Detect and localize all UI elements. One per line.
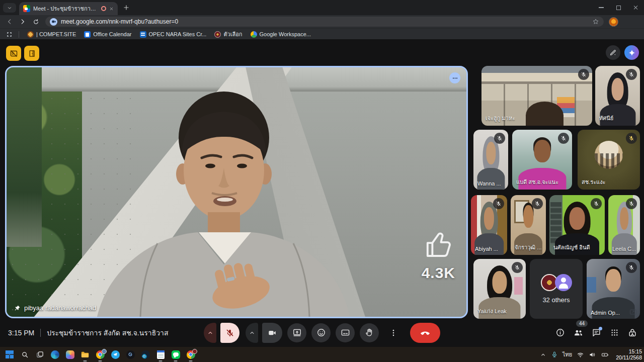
- new-tab-button[interactable]: [123, 4, 130, 11]
- line-button[interactable]: [170, 349, 181, 360]
- present-button[interactable]: [287, 323, 306, 342]
- participant-tile[interactable]: เจะฮูกู มาหะ: [481, 66, 592, 126]
- taskbar-search-button[interactable]: [19, 349, 30, 360]
- logitech-button[interactable]: [125, 349, 136, 360]
- bookmarks-bar: | COMPET.SITE Office Calendar OPEC NARA …: [0, 28, 644, 40]
- room-warning-button[interactable]: [24, 46, 39, 61]
- participant-tile[interactable]: Wanna ...: [473, 130, 508, 190]
- participant-name: Wanna ...: [477, 180, 501, 187]
- screenshare-icon: [629, 308, 637, 316]
- mic-off-icon: [225, 328, 234, 337]
- window-maximize-button[interactable]: [610, 0, 627, 15]
- bookmark-seal[interactable]: ตัวเลือก: [214, 30, 242, 39]
- back-button[interactable]: [3, 16, 16, 27]
- captions-off-warning-button[interactable]: [6, 46, 21, 61]
- others-tile[interactable]: 32 others: [530, 259, 583, 319]
- participant-tile[interactable]: ทัศนีย์: [595, 66, 640, 126]
- reactions-button[interactable]: [311, 323, 331, 342]
- presenter-name-label: pibyaa radanaworrachad: [14, 304, 96, 312]
- info-button[interactable]: [553, 326, 567, 339]
- kebab-icon: [389, 328, 398, 337]
- host-controls-button[interactable]: [626, 326, 639, 339]
- tab-search-button[interactable]: [3, 3, 16, 13]
- phone-icon: [419, 327, 431, 339]
- browser-toolbar: meet.google.com/nnk-mvrf-qbu?authuser=0: [0, 15, 644, 28]
- participant-tile[interactable]: นศัลณัญช์ อินดี: [549, 195, 605, 255]
- activities-grid-icon: [610, 328, 619, 337]
- bookmark-star-icon[interactable]: [592, 18, 599, 25]
- participant-tile[interactable]: Yaiเก่ง Leak: [473, 259, 526, 319]
- main-video-tile[interactable]: pibyaa radanaworrachad 4.3K: [5, 66, 468, 318]
- tray-date: 20/11/2568: [616, 354, 642, 360]
- mute-button[interactable]: [220, 323, 239, 343]
- apps-grid-icon[interactable]: [6, 31, 13, 38]
- activities-button[interactable]: [608, 326, 621, 339]
- copilot-button[interactable]: [64, 349, 75, 360]
- notes-pen-button[interactable]: [606, 45, 620, 60]
- mic-off-icon: [532, 198, 543, 209]
- bookmark-favicon: [84, 31, 91, 38]
- windows-logo-icon: [6, 350, 14, 358]
- participant-tile[interactable]: Abiyah ...: [471, 195, 507, 255]
- edge-button[interactable]: [49, 349, 60, 360]
- meet-favicon: [23, 5, 30, 12]
- task-view-button[interactable]: [34, 349, 45, 360]
- mic-options-chevron[interactable]: [204, 323, 216, 343]
- reload-button[interactable]: [29, 16, 42, 27]
- chrome-profile2-button[interactable]: [185, 349, 196, 360]
- exit-door-icon: [28, 49, 36, 58]
- end-call-button[interactable]: [410, 323, 440, 343]
- tile-more-options-button[interactable]: [449, 72, 460, 83]
- wifi-icon[interactable]: [577, 351, 584, 358]
- telegram-button[interactable]: [110, 349, 121, 360]
- chat-button[interactable]: [590, 326, 603, 339]
- bookmark-opec-nara[interactable]: OPEC NARA Sites Cr...: [140, 31, 207, 38]
- battery-icon[interactable]: [601, 351, 609, 358]
- raise-hand-button[interactable]: [360, 323, 379, 342]
- bookmark-google-workspace[interactable]: Google Workspace...: [251, 31, 311, 38]
- notes-app-button[interactable]: [155, 349, 166, 360]
- volume-icon[interactable]: [589, 351, 596, 358]
- person-avatar: [555, 274, 572, 291]
- omnibox-camera-icon[interactable]: [50, 18, 57, 26]
- steam-button[interactable]: [140, 349, 151, 360]
- captions-button[interactable]: [336, 323, 355, 342]
- line-icon: [172, 350, 180, 359]
- camera-button[interactable]: [262, 323, 282, 343]
- window-minimize-button[interactable]: [593, 0, 610, 15]
- mic-off-icon: [493, 198, 504, 209]
- participant-tile[interactable]: สช.ระแงะ: [578, 130, 640, 190]
- tray-mic-icon[interactable]: [551, 351, 558, 358]
- forward-button[interactable]: [16, 16, 29, 27]
- camera-options-chevron[interactable]: [246, 323, 258, 343]
- chat-notification-dot: [599, 327, 602, 330]
- bookmark-compet[interactable]: | COMPET.SITE: [27, 31, 76, 38]
- browser-tab-strip: Meet - ประชุมข้าราชการ สังกั: [0, 0, 644, 15]
- address-bar[interactable]: meet.google.com/nnk-mvrf-qbu?authuser=0: [45, 17, 604, 27]
- notepad-icon: [157, 350, 165, 359]
- browser-tab[interactable]: Meet - ประชุมข้าราชการ สังกั: [19, 2, 118, 15]
- participant-tile[interactable]: Admin Op...: [587, 259, 640, 319]
- bookmark-office-calendar[interactable]: Office Calendar: [84, 31, 131, 38]
- people-button[interactable]: 44: [572, 326, 585, 339]
- participant-tile[interactable]: Leela C...: [608, 195, 640, 255]
- more-options-button[interactable]: [384, 323, 403, 342]
- present-icon: [292, 328, 302, 337]
- participant-tile[interactable]: แบดี สช.อ.จะแนะ: [512, 130, 572, 190]
- profile-avatar[interactable]: [609, 17, 618, 27]
- start-button[interactable]: [4, 349, 15, 360]
- mic-off-icon: [626, 198, 637, 209]
- url-text[interactable]: meet.google.com/nnk-mvrf-qbu?authuser=0: [61, 18, 589, 25]
- language-indicator[interactable]: ไทย: [562, 350, 572, 359]
- gemini-button[interactable]: [624, 45, 639, 60]
- taskbar-clock[interactable]: 15:15 20/11/2568: [614, 348, 642, 360]
- chrome-button[interactable]: [95, 349, 106, 360]
- tray-chevron-icon[interactable]: [540, 351, 546, 358]
- steam-icon: [141, 350, 150, 359]
- tab-title: Meet - ประชุมข้าราชการ สังกั: [33, 4, 98, 13]
- file-explorer-button[interactable]: [79, 349, 91, 360]
- participant-tile[interactable]: จักราวุฒิ ...: [511, 195, 546, 255]
- window-close-button[interactable]: [627, 0, 644, 15]
- tab-close-icon[interactable]: [109, 7, 114, 11]
- divider: [40, 329, 41, 337]
